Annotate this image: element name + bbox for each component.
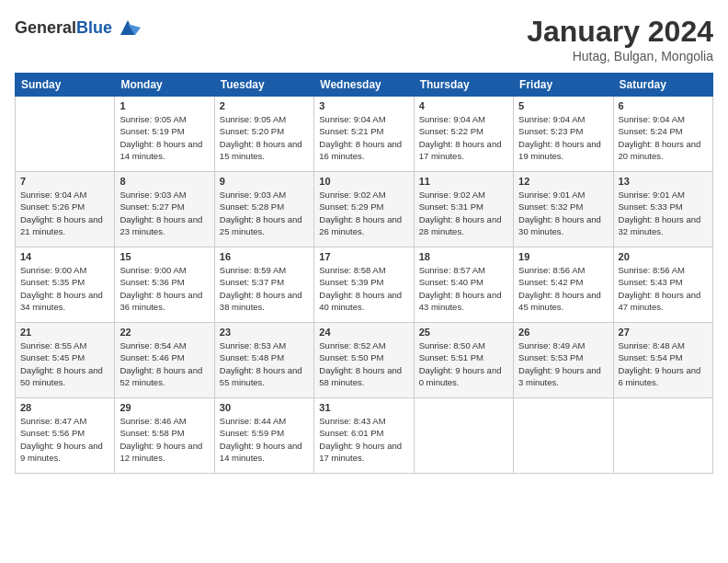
- day-info: Sunrise: 8:53 AMSunset: 5:48 PMDaylight:…: [220, 339, 309, 388]
- table-row: 13Sunrise: 9:01 AMSunset: 5:33 PMDayligh…: [613, 172, 712, 247]
- calendar-week-2: 7Sunrise: 9:04 AMSunset: 5:26 PMDaylight…: [16, 172, 713, 247]
- table-row: 30Sunrise: 8:44 AMSunset: 5:59 PMDayligh…: [214, 398, 313, 474]
- table-row: 25Sunrise: 8:50 AMSunset: 5:51 PMDayligh…: [414, 323, 513, 398]
- day-info: Sunrise: 8:49 AMSunset: 5:53 PMDaylight:…: [518, 339, 608, 388]
- weekday-row: Sunday Monday Tuesday Wednesday Thursday…: [16, 74, 713, 97]
- col-tuesday: Tuesday: [214, 74, 313, 97]
- day-number: 22: [119, 327, 209, 338]
- table-row: 27Sunrise: 8:48 AMSunset: 5:54 PMDayligh…: [613, 323, 712, 398]
- day-info: Sunrise: 8:57 AMSunset: 5:40 PMDaylight:…: [419, 264, 508, 313]
- table-row: 31Sunrise: 8:43 AMSunset: 6:01 PMDayligh…: [314, 398, 414, 474]
- day-info: Sunrise: 9:01 AMSunset: 5:32 PMDaylight:…: [518, 189, 608, 237]
- day-number: 20: [619, 251, 708, 262]
- day-number: 10: [319, 176, 408, 187]
- table-row: 6Sunrise: 9:04 AMSunset: 5:24 PMDaylight…: [613, 97, 712, 172]
- table-row: 23Sunrise: 8:53 AMSunset: 5:48 PMDayligh…: [214, 323, 313, 398]
- calendar-body: 1Sunrise: 9:05 AMSunset: 5:19 PMDaylight…: [16, 97, 713, 474]
- table-row: 9Sunrise: 9:03 AMSunset: 5:28 PMDaylight…: [214, 172, 313, 247]
- day-info: Sunrise: 8:59 AMSunset: 5:37 PMDaylight:…: [220, 264, 309, 313]
- day-number: 19: [518, 251, 608, 262]
- table-row: 24Sunrise: 8:52 AMSunset: 5:50 PMDayligh…: [314, 323, 414, 398]
- calendar-table: Sunday Monday Tuesday Wednesday Thursday…: [15, 73, 713, 474]
- table-row: 8Sunrise: 9:03 AMSunset: 5:27 PMDaylight…: [115, 172, 214, 247]
- day-number: 4: [419, 100, 508, 111]
- table-row: 12Sunrise: 9:01 AMSunset: 5:32 PMDayligh…: [514, 172, 613, 247]
- day-info: Sunrise: 9:04 AMSunset: 5:24 PMDaylight:…: [619, 113, 708, 162]
- page-subtitle: Hutag, Bulgan, Mongolia: [527, 49, 713, 63]
- col-sunday: Sunday: [16, 74, 115, 97]
- day-info: Sunrise: 9:04 AMSunset: 5:26 PMDaylight:…: [20, 189, 109, 237]
- day-number: 28: [20, 402, 109, 413]
- col-thursday: Thursday: [414, 74, 513, 97]
- table-row: 5Sunrise: 9:04 AMSunset: 5:23 PMDaylight…: [514, 97, 613, 172]
- day-info: Sunrise: 8:43 AMSunset: 6:01 PMDaylight:…: [319, 415, 408, 464]
- table-row: 2Sunrise: 9:05 AMSunset: 5:20 PMDaylight…: [214, 97, 313, 172]
- table-row: [613, 398, 712, 474]
- table-row: 15Sunrise: 9:00 AMSunset: 5:36 PMDayligh…: [115, 247, 214, 323]
- header: GeneralBlue January 2024 Hutag, Bulgan, …: [15, 15, 713, 63]
- day-info: Sunrise: 9:05 AMSunset: 5:19 PMDaylight:…: [119, 113, 209, 162]
- day-info: Sunrise: 8:48 AMSunset: 5:54 PMDaylight:…: [619, 339, 708, 388]
- day-number: 31: [319, 402, 408, 413]
- day-number: 14: [20, 251, 109, 262]
- calendar-header: Sunday Monday Tuesday Wednesday Thursday…: [16, 74, 713, 97]
- calendar-week-3: 14Sunrise: 9:00 AMSunset: 5:35 PMDayligh…: [16, 247, 713, 323]
- title-block: January 2024 Hutag, Bulgan, Mongolia: [527, 15, 713, 63]
- table-row: 3Sunrise: 9:04 AMSunset: 5:21 PMDaylight…: [314, 97, 414, 172]
- day-info: Sunrise: 8:56 AMSunset: 5:42 PMDaylight:…: [518, 264, 608, 313]
- day-number: 27: [619, 327, 708, 338]
- day-info: Sunrise: 9:03 AMSunset: 5:27 PMDaylight:…: [119, 189, 209, 237]
- day-info: Sunrise: 8:44 AMSunset: 5:59 PMDaylight:…: [220, 415, 309, 464]
- day-number: 12: [518, 176, 608, 187]
- day-number: 29: [119, 402, 209, 413]
- day-info: Sunrise: 8:47 AMSunset: 5:56 PMDaylight:…: [20, 415, 109, 464]
- day-number: 3: [319, 100, 408, 111]
- col-monday: Monday: [115, 74, 214, 97]
- table-row: 16Sunrise: 8:59 AMSunset: 5:37 PMDayligh…: [214, 247, 313, 323]
- table-row: 14Sunrise: 9:00 AMSunset: 5:35 PMDayligh…: [16, 247, 115, 323]
- table-row: 29Sunrise: 8:46 AMSunset: 5:58 PMDayligh…: [115, 398, 214, 474]
- day-number: 1: [119, 100, 209, 111]
- table-row: 10Sunrise: 9:02 AMSunset: 5:29 PMDayligh…: [314, 172, 414, 247]
- table-row: 4Sunrise: 9:04 AMSunset: 5:22 PMDaylight…: [414, 97, 513, 172]
- day-number: 13: [619, 176, 708, 187]
- day-number: 6: [619, 100, 708, 111]
- table-row: 1Sunrise: 9:05 AMSunset: 5:19 PMDaylight…: [115, 97, 214, 172]
- day-number: 30: [220, 402, 309, 413]
- day-info: Sunrise: 8:50 AMSunset: 5:51 PMDaylight:…: [419, 339, 508, 388]
- day-number: 17: [319, 251, 408, 262]
- day-number: 2: [220, 100, 309, 111]
- day-number: 15: [119, 251, 209, 262]
- col-friday: Friday: [514, 74, 613, 97]
- calendar-week-1: 1Sunrise: 9:05 AMSunset: 5:19 PMDaylight…: [16, 97, 713, 172]
- day-info: Sunrise: 8:54 AMSunset: 5:46 PMDaylight:…: [119, 339, 209, 388]
- logo-blue-text: Blue: [76, 18, 112, 37]
- table-row: 18Sunrise: 8:57 AMSunset: 5:40 PMDayligh…: [414, 247, 513, 323]
- calendar-week-4: 21Sunrise: 8:55 AMSunset: 5:45 PMDayligh…: [16, 323, 713, 398]
- table-row: 20Sunrise: 8:56 AMSunset: 5:43 PMDayligh…: [613, 247, 712, 323]
- day-info: Sunrise: 8:58 AMSunset: 5:39 PMDaylight:…: [319, 264, 408, 313]
- day-number: 8: [119, 176, 209, 187]
- table-row: 19Sunrise: 8:56 AMSunset: 5:42 PMDayligh…: [514, 247, 613, 323]
- day-info: Sunrise: 9:00 AMSunset: 5:35 PMDaylight:…: [20, 264, 109, 313]
- day-info: Sunrise: 9:02 AMSunset: 5:31 PMDaylight:…: [419, 189, 508, 237]
- day-info: Sunrise: 9:04 AMSunset: 5:23 PMDaylight:…: [518, 113, 608, 162]
- day-number: 23: [220, 327, 309, 338]
- day-info: Sunrise: 9:03 AMSunset: 5:28 PMDaylight:…: [220, 189, 309, 237]
- day-info: Sunrise: 9:02 AMSunset: 5:29 PMDaylight:…: [319, 189, 408, 237]
- day-info: Sunrise: 9:00 AMSunset: 5:36 PMDaylight:…: [119, 264, 209, 313]
- col-saturday: Saturday: [613, 74, 712, 97]
- table-row: 26Sunrise: 8:49 AMSunset: 5:53 PMDayligh…: [514, 323, 613, 398]
- table-row: 28Sunrise: 8:47 AMSunset: 5:56 PMDayligh…: [16, 398, 115, 474]
- logo-general-text: General: [15, 18, 76, 37]
- table-row: [514, 398, 613, 474]
- day-info: Sunrise: 8:52 AMSunset: 5:50 PMDaylight:…: [319, 339, 408, 388]
- table-row: 22Sunrise: 8:54 AMSunset: 5:46 PMDayligh…: [115, 323, 214, 398]
- day-info: Sunrise: 8:56 AMSunset: 5:43 PMDaylight:…: [619, 264, 708, 313]
- day-number: 18: [419, 251, 508, 262]
- day-number: 21: [20, 327, 109, 338]
- table-row: [414, 398, 513, 474]
- day-number: 7: [20, 176, 109, 187]
- day-info: Sunrise: 8:55 AMSunset: 5:45 PMDaylight:…: [20, 339, 109, 388]
- day-number: 9: [220, 176, 309, 187]
